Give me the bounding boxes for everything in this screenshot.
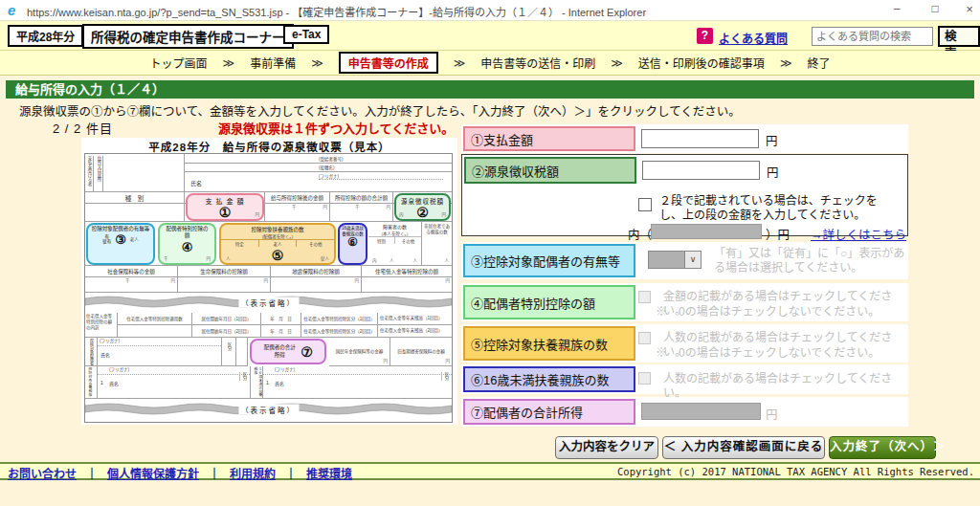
omitted-label: （表示省略） xyxy=(238,405,299,415)
sample-social-insurance-label: 社会保険料等の金額 xyxy=(85,266,178,277)
row-under16-dependents: ⑥16歳未満扶養親族の数 人数の記載がある場合はチェックしてください。 xyxy=(461,364,908,394)
one-at-a-time-warning: 源泉徴収票は１件ずつ入力してください。 xyxy=(218,119,454,137)
sample-role: (役職名) xyxy=(319,165,335,170)
sample-name-label: 氏名 xyxy=(190,179,202,187)
two-tier-note: ２段で記載されている場合は、チェックをし、上の段の金額を入力してください。 xyxy=(659,194,895,223)
clear-button[interactable]: 入力内容をクリア xyxy=(555,436,658,459)
footer-separator: ｜ xyxy=(285,465,297,481)
dependents-count-note2: ※ 0の場合はチェックしないでください。 xyxy=(656,346,880,361)
spouse-presence-label: ③控除対象配偶者の有無等 xyxy=(463,244,635,277)
unit-yen: 円 xyxy=(766,131,778,149)
faq-link[interactable]: よくある質問 xyxy=(719,30,788,46)
breadcrumb-item-create-return[interactable]: 申告書等の作成 xyxy=(339,52,438,74)
maximize-button[interactable]: □ xyxy=(921,2,949,15)
sample-highlight-dependents: 控除対象扶養親族の数 （配偶者を除く。） 特定 老人 その他 ⑤ 人 従人 xyxy=(219,223,336,265)
footer-link-contact[interactable]: お問い合わせ xyxy=(8,465,77,481)
spouse-presence-select[interactable]: ∨ xyxy=(648,251,702,269)
footer-link-environment[interactable]: 推奨環境 xyxy=(306,465,352,481)
sample-mark-3: ③ xyxy=(115,233,126,246)
sample-highlight-under16: 16歳未満扶養親族の数 ⑥ xyxy=(338,223,368,265)
row-spouse-presence: ③控除対象配偶者の有無等 ∨ 「有」又は「従有」に「○」表示がある場合は選択して… xyxy=(461,242,908,279)
sample-dependents-section-label: 控除対象扶養親族 xyxy=(88,367,93,396)
footer-link-privacy[interactable]: 個人情報保護方針 xyxy=(107,465,199,481)
breadcrumb-separator: ≫ xyxy=(454,56,466,70)
browser-titlebar: e https://www.keisan.nta.go.jp/?p_send=t… xyxy=(0,0,980,21)
breadcrumb-separator: ≫ xyxy=(780,56,792,70)
minimize-button[interactable]: – xyxy=(882,2,911,15)
under16-dependents-label: ⑥16歳未満扶養親族の数 xyxy=(463,366,635,392)
page-footer: お問い合わせ ｜ 個人情報保護方針 ｜ 利用規約 ｜ 推奨環境 Copyrigh… xyxy=(0,462,980,480)
detail-link[interactable]: →詳しくはこちら xyxy=(811,225,906,243)
row-spouse-total-income: ⑦配偶者の合計所得 円 xyxy=(461,397,908,427)
footer-link-terms[interactable]: 利用規約 xyxy=(230,465,276,481)
inner-amount-suffix: ）円 xyxy=(766,225,790,243)
dependents-count-label: ⑤控除対象扶養親族の数 xyxy=(463,326,635,361)
breadcrumb-item-top[interactable]: トップ画面 xyxy=(150,55,208,71)
omitted-label: （表示省略） xyxy=(238,297,299,308)
sample-under16-section-label: 16歳未満の扶養親族 xyxy=(254,367,263,398)
sample-nonresident-header: 非居住者である親族の数 xyxy=(422,222,452,235)
sample-mark-2: ② xyxy=(416,206,429,219)
payment-amount-input[interactable] xyxy=(641,129,759,148)
breadcrumb-item-preparation[interactable]: 事前準備 xyxy=(250,55,296,71)
close-button[interactable]: × xyxy=(955,2,980,16)
breadcrumb-item-after-check[interactable]: 送信・印刷後の確認事項 xyxy=(638,55,765,71)
faq-help-icon[interactable]: ? xyxy=(697,28,713,44)
breadcrumb-separator: ≫ xyxy=(311,56,323,70)
copyright-text: Copyright (c) 2017 NATIONAL TAX AGENCY A… xyxy=(617,466,974,477)
next-button[interactable]: 入力終了（次へ）＞ xyxy=(829,436,936,459)
omitted-band: （表示省略） xyxy=(85,294,452,311)
unit-yen-disabled: 円 xyxy=(766,405,778,423)
internet-explorer-icon: e xyxy=(8,2,15,18)
search-button[interactable]: 検索 xyxy=(938,26,980,47)
sample-recipient-no: (受給者番号) xyxy=(319,156,344,162)
under16-dependents-checkbox xyxy=(638,372,651,385)
spousal-special-deduction-label: ④配偶者特別控除の額 xyxy=(463,285,635,319)
sample-highlight-withholding: 源泉徴収税額 ② 内円 xyxy=(394,193,451,221)
spouse-presence-note: 「有」又は「従有」に「○」表示がある場合は選択してください。 xyxy=(714,247,907,275)
sample-total-deduction-header: 所得控除の額の合計額 xyxy=(330,192,393,204)
sample-type-header: 種 別 xyxy=(85,192,185,204)
etax-badge[interactable]: e-Tax xyxy=(283,25,329,44)
footer-separator: ｜ xyxy=(209,465,220,481)
withholding-tax-label: ②源泉徴収税額 xyxy=(464,157,636,184)
spousal-special-note2: ※ 0の場合はチェックしないでください。 xyxy=(656,305,880,319)
sample-mark-4: ④ xyxy=(182,241,193,253)
sample-spouse-section-label: 控除対象配偶者 xyxy=(88,339,94,365)
sample-life-insurance-label: 生命保険料の控除額 xyxy=(178,266,271,277)
two-tier-checkbox[interactable] xyxy=(638,198,652,211)
back-button[interactable]: ＜ 入力内容確認画面に戻る xyxy=(662,436,825,459)
sample-housing-loan-label: 住宅借入金等特別控除の額 xyxy=(362,266,452,277)
row-withholding-tax: ②源泉徴収税額 円 ２段で記載されている場合は、チェックをし、上の段の金額を入力… xyxy=(461,154,908,236)
footer-separator: ｜ xyxy=(86,465,98,481)
page-instruction: 源泉徴収票の①から⑦欄について、金額等を入力してください。入力が終了したら、「入… xyxy=(19,101,741,120)
sample-disability-header: 障害者の数 xyxy=(368,222,421,230)
breadcrumb-item-send-print[interactable]: 申告書等の送信・印刷 xyxy=(480,55,595,71)
inner-amount-input xyxy=(651,224,762,239)
breadcrumb-separator: ≫ xyxy=(223,56,235,70)
sample-title: 平成28年分 給与所得の源泉徴収票（見本） xyxy=(81,139,457,154)
sample-highlight-spousal-special: 配偶者特別控除の額 ④ 千円 xyxy=(158,223,216,265)
row-dependents-count: ⑤控除対象扶養親族の数 人数の記載がある場合はチェックしてください。 ※ 0の場… xyxy=(461,324,908,363)
unit-yen: 円 xyxy=(767,163,779,181)
sample-highlight-payment: 支 払 金 額 ① 円 xyxy=(186,193,264,221)
chevron-down-icon: ∨ xyxy=(684,252,701,268)
record-count: 2 / 2 件目 xyxy=(53,119,113,137)
window-title: https://www.keisan.nta.go.jp/?p_send=ta_… xyxy=(27,4,646,19)
inner-amount-prefix: 内（ xyxy=(628,225,652,243)
breadcrumb-item-finish[interactable]: 終了 xyxy=(807,55,830,71)
sample-address-label: 住所又は居所 xyxy=(96,156,103,191)
withholding-tax-input[interactable] xyxy=(642,161,760,180)
sample-quake-insurance-label: 地震保険料の控除額 xyxy=(271,266,362,277)
sample-mark-7: ⑦ xyxy=(301,345,313,359)
spouse-total-income-input xyxy=(641,403,761,420)
site-header: 平成28年分 所得税の確定申告書作成コーナー e-Tax ? よくある質問 検索 xyxy=(0,21,980,51)
row-spousal-special-deduction: ④配偶者特別控除の額 金額の記載がある場合はチェックしてください。 ※ 0の場合… xyxy=(461,283,908,321)
sample-after-deduction-header: 給与所得控除後の金額 xyxy=(265,192,330,204)
faq-search-input[interactable] xyxy=(812,27,933,46)
sample-mark-6: ⑥ xyxy=(347,236,358,248)
sample-mark-5: ⑤ xyxy=(272,249,284,262)
dependents-count-checkbox xyxy=(638,332,651,344)
spouse-total-income-label: ⑦配偶者の合計所得 xyxy=(463,399,635,425)
sample-highlight-spouse-income: 配偶者の合計所得 ⑦ xyxy=(250,339,326,364)
